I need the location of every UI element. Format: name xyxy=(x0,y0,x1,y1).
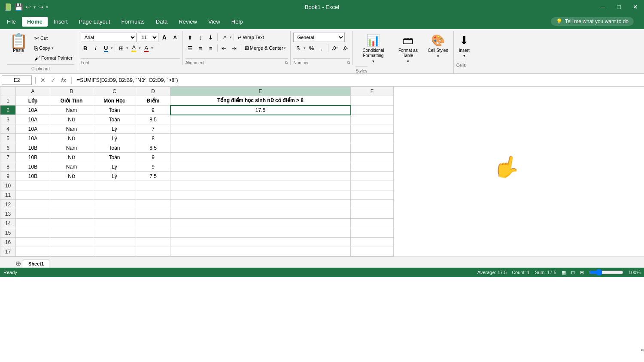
cell-e10[interactable] xyxy=(170,181,351,190)
row-header-15[interactable]: 15 xyxy=(0,228,16,238)
cell-d14[interactable] xyxy=(136,219,170,228)
borders-dropdown[interactable]: ▾ xyxy=(126,46,128,50)
angle-dropdown[interactable]: ▾ xyxy=(230,35,232,39)
cell-a13[interactable] xyxy=(16,209,50,219)
col-header-f[interactable]: F xyxy=(351,87,394,96)
minimize-btn[interactable]: ─ xyxy=(595,0,611,14)
percent-button[interactable]: % xyxy=(307,43,316,53)
cell-b3[interactable]: Nữ xyxy=(50,115,93,124)
cell-c15[interactable] xyxy=(93,228,136,238)
cell-f5[interactable] xyxy=(351,134,394,143)
row-header-11[interactable]: 11 xyxy=(0,190,16,200)
number-expand-icon[interactable]: ⧉ xyxy=(347,60,350,65)
cell-e11[interactable] xyxy=(170,190,351,200)
redo-icon[interactable]: ↪ xyxy=(38,3,43,10)
cancel-formula-button[interactable]: ✕ xyxy=(39,76,47,84)
cell-styles-dropdown[interactable]: ▾ xyxy=(437,54,439,58)
cut-button[interactable]: ✂ Cut xyxy=(33,33,74,43)
dollar-button[interactable]: $ xyxy=(293,43,303,53)
cell-e1[interactable]: Tổng điểm học sinh nữ có điểm > 8 xyxy=(170,96,351,106)
cell-c12[interactable] xyxy=(93,200,136,209)
clipboard-expand[interactable]: ⧉ xyxy=(641,348,644,353)
cell-c10[interactable] xyxy=(93,181,136,190)
number-format-select[interactable]: General xyxy=(293,33,345,42)
cell-d8[interactable]: 9 xyxy=(136,162,170,172)
decrease-font-button[interactable]: A xyxy=(170,33,180,42)
cell-c6[interactable]: Toán xyxy=(93,143,136,153)
cell-f12[interactable] xyxy=(351,200,394,209)
cell-a1[interactable]: Lớp xyxy=(16,96,50,106)
row-header-14[interactable]: 14 xyxy=(0,219,16,228)
cell-a11[interactable] xyxy=(16,190,50,200)
cell-f1[interactable] xyxy=(351,96,394,106)
cell-c16[interactable] xyxy=(93,238,136,247)
cell-b14[interactable] xyxy=(50,219,93,228)
cell-e2[interactable]: 17.5 xyxy=(170,106,351,115)
cell-d4[interactable]: 7 xyxy=(136,124,170,134)
cell-b17[interactable] xyxy=(50,247,93,256)
cell-e5[interactable] xyxy=(170,134,351,143)
row-header-8[interactable]: 8 xyxy=(0,162,16,172)
copy-button[interactable]: ⎘ Copy ▾ xyxy=(33,43,74,53)
dollar-dropdown[interactable]: ▾ xyxy=(304,46,306,50)
cell-a14[interactable] xyxy=(16,219,50,228)
cell-d2[interactable]: 9 xyxy=(136,106,170,115)
menu-review[interactable]: Review xyxy=(173,17,202,27)
align-middle-button[interactable]: ↕ xyxy=(196,33,205,42)
col-header-e[interactable]: E xyxy=(170,87,351,96)
angle-text-button[interactable]: ↗ xyxy=(219,33,229,42)
col-header-b[interactable]: B xyxy=(50,87,93,96)
format-table-dropdown[interactable]: ▾ xyxy=(407,59,409,63)
row-header-3[interactable]: 3 xyxy=(0,115,16,124)
zoom-slider[interactable] xyxy=(589,269,623,276)
title-bar-controls[interactable]: 📗 💾 ↩ ▾ ↪ ▾ xyxy=(3,3,48,11)
align-right-button[interactable]: ≡ xyxy=(206,43,216,53)
insert-dropdown[interactable]: ▾ xyxy=(463,54,465,58)
row-header-7[interactable]: 7 xyxy=(0,153,16,162)
underline-dropdown[interactable]: ▾ xyxy=(111,46,113,50)
undo-dropdown-icon[interactable]: ▾ xyxy=(33,5,36,9)
fill-color-dropdown[interactable]: ▾ xyxy=(139,46,141,50)
page-break-view-icon[interactable]: ⊞ xyxy=(580,270,584,275)
cell-b5[interactable]: Nữ xyxy=(50,134,93,143)
sheet-tab-sheet1[interactable]: Sheet1 xyxy=(23,259,49,268)
confirm-formula-button[interactable]: ✓ xyxy=(49,76,58,84)
cell-a10[interactable] xyxy=(16,181,50,190)
cell-c17[interactable] xyxy=(93,247,136,256)
cell-d3[interactable]: 8.5 xyxy=(136,115,170,124)
cell-b9[interactable]: Nữ xyxy=(50,172,93,181)
increase-font-button[interactable]: A xyxy=(160,33,169,42)
cell-c2[interactable]: Toán xyxy=(93,106,136,115)
row-header-2[interactable]: 2 xyxy=(0,106,16,115)
grid-wrapper[interactable]: A B C D E F 1LớpGiới TínhMôn HọcĐiểmTổng… xyxy=(0,87,644,256)
font-color-dropdown[interactable]: ▾ xyxy=(151,46,153,50)
format-painter-button[interactable]: 🖌 Format Painter xyxy=(33,53,74,63)
cell-b7[interactable]: Nữ xyxy=(50,153,93,162)
decrease-indent-button[interactable]: ⇤ xyxy=(219,43,229,53)
row-header-9[interactable]: 9 xyxy=(0,172,16,181)
save-icon[interactable]: 💾 xyxy=(15,3,23,11)
cell-c13[interactable] xyxy=(93,209,136,219)
cell-d5[interactable]: 8 xyxy=(136,134,170,143)
cell-a5[interactable]: 10A xyxy=(16,134,50,143)
new-sheet-button[interactable]: ⊕ xyxy=(15,259,21,268)
cell-b2[interactable]: Nam xyxy=(50,106,93,115)
cell-d15[interactable] xyxy=(136,228,170,238)
cell-a3[interactable]: 10A xyxy=(16,115,50,124)
borders-button[interactable]: ⊞ xyxy=(117,43,126,53)
underline-button[interactable]: U xyxy=(101,43,111,53)
cell-f4[interactable] xyxy=(351,124,394,134)
col-header-c[interactable]: C xyxy=(93,87,136,96)
paste-button[interactable]: 📋 Paste xyxy=(7,33,30,54)
col-header-a[interactable]: A xyxy=(16,87,50,96)
cell-c8[interactable]: Lý xyxy=(93,162,136,172)
cell-f16[interactable] xyxy=(351,238,394,247)
cell-b10[interactable] xyxy=(50,181,93,190)
font-size-select[interactable]: 11 xyxy=(138,33,158,42)
cell-b6[interactable]: Nam xyxy=(50,143,93,153)
cell-b15[interactable] xyxy=(50,228,93,238)
cell-e6[interactable] xyxy=(170,143,351,153)
cell-styles-button[interactable]: 🎨 Cell Styles ▾ xyxy=(425,33,450,60)
normal-view-icon[interactable]: ▦ xyxy=(562,270,566,275)
bold-button[interactable]: B xyxy=(81,43,90,53)
